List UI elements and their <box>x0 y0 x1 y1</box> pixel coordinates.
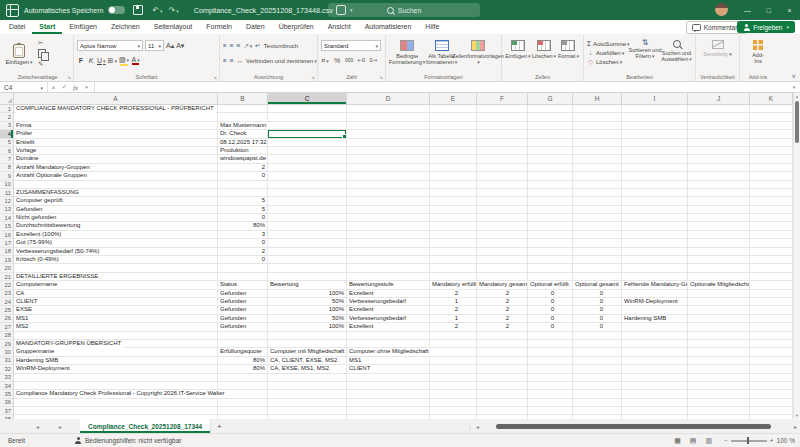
bold-button[interactable]: F <box>77 56 85 65</box>
scrollbar-grip-icon[interactable]: ⋮ <box>467 423 473 430</box>
cell-J24[interactable] <box>688 298 750 306</box>
cell-G33[interactable] <box>528 374 573 382</box>
cell-J27[interactable] <box>688 323 750 331</box>
cell-E36[interactable] <box>430 399 477 407</box>
cell-J23[interactable] <box>688 290 750 298</box>
cell-C33[interactable] <box>268 374 347 382</box>
tab-formeln[interactable]: Formeln <box>199 20 239 34</box>
cell-B16[interactable]: 3 <box>218 231 268 239</box>
cell-G27[interactable]: 0 <box>528 323 573 331</box>
column-header-C[interactable]: C <box>268 93 347 105</box>
cell-K8[interactable] <box>750 164 793 172</box>
row-header-3[interactable]: 3 <box>0 122 14 130</box>
cell-G5[interactable] <box>528 139 573 147</box>
row-header-16[interactable]: 16 <box>0 231 14 239</box>
cell-J21[interactable] <box>688 273 750 281</box>
insert-function-icon[interactable]: fx <box>70 84 81 91</box>
cell-F24[interactable]: 2 <box>477 298 528 306</box>
cell-E27[interactable]: 2 <box>430 323 477 331</box>
format-cells-button[interactable]: Format <box>557 37 580 71</box>
cell-C2[interactable] <box>268 113 347 121</box>
cell-E11[interactable] <box>430 189 477 197</box>
comma-format-button[interactable]: 000 <box>345 56 353 65</box>
cell-D25[interactable]: Exzellent <box>347 306 430 314</box>
row-header-19[interactable]: 19 <box>0 256 14 264</box>
vertical-scrollbar[interactable]: ▲ ▼ <box>793 93 800 419</box>
borders-button[interactable]: ⊞ <box>108 56 117 66</box>
cell-D9[interactable] <box>347 172 430 180</box>
cell-C30[interactable]: Computer mit Mitgliedschaft <box>268 348 347 356</box>
orientation-button[interactable]: ↗ <box>243 42 252 50</box>
cell-F1[interactable] <box>477 105 528 113</box>
cell-D5[interactable] <box>347 139 430 147</box>
cell-F34[interactable] <box>477 382 528 390</box>
cell-G30[interactable] <box>528 348 573 356</box>
name-box[interactable]: C4 <box>0 82 48 92</box>
row-header-35[interactable]: 35 <box>0 390 14 398</box>
row-header-12[interactable]: 12 <box>0 197 14 205</box>
cell-styles-button[interactable]: Zellenformatvorlagen <box>458 37 498 71</box>
cell-K25[interactable] <box>750 306 793 314</box>
cell-C8[interactable] <box>268 164 347 172</box>
cell-A20[interactable] <box>14 264 218 272</box>
cell-B11[interactable] <box>218 189 268 197</box>
cell-H8[interactable] <box>573 164 622 172</box>
cell-A1[interactable]: COMPLIANCE MANDATORY CHECK PROFESSIONAL … <box>14 105 218 113</box>
cell-A11[interactable]: ZUSAMMENFASSUNG <box>14 189 218 197</box>
cell-D4[interactable] <box>347 130 430 138</box>
dialog-launcher-icon[interactable]: ↘ <box>213 74 217 80</box>
cell-E5[interactable] <box>430 139 477 147</box>
cell-J1[interactable] <box>688 105 750 113</box>
sort-filter-button[interactable]: ⇅ Sortieren und Filtern <box>629 37 661 71</box>
autosum-button[interactable]: ΣAutoSumme <box>587 40 629 47</box>
clear-button[interactable]: ◇Löschen <box>587 58 629 66</box>
redo-button[interactable]: ↷▾ <box>169 6 179 15</box>
cell-B4[interactable]: Dr. Check <box>218 130 268 138</box>
cell-D10[interactable] <box>347 181 430 189</box>
close-button[interactable]: × <box>779 0 800 20</box>
grow-font-button[interactable]: A▴ <box>166 41 174 50</box>
cell-A8[interactable]: Anzahl Mandatory-Gruppen <box>14 164 218 172</box>
cell-D1[interactable] <box>347 105 430 113</box>
row-header-5[interactable]: 5 <box>0 139 14 147</box>
cell-C9[interactable] <box>268 172 347 180</box>
cell-A23[interactable]: CA <box>14 290 218 298</box>
cell-H29[interactable] <box>573 340 622 348</box>
cell-D33[interactable] <box>347 374 430 382</box>
cell-A4[interactable]: Prüfer <box>14 130 218 138</box>
cell-H12[interactable] <box>573 197 622 205</box>
italic-button[interactable]: K <box>87 56 95 65</box>
cell-C24[interactable]: 50% <box>268 298 347 306</box>
cell-B20[interactable] <box>218 264 268 272</box>
cell-D30[interactable]: Computer ohne Mitgliedschaft <box>347 348 430 356</box>
cell-C28[interactable] <box>268 332 347 340</box>
cell-F17[interactable] <box>477 239 528 247</box>
find-select-button[interactable]: Suchen und Auswählen <box>661 37 692 71</box>
accessibility-status[interactable]: Bedienungshilfen: nicht verfügbar <box>75 437 181 444</box>
select-all-corner[interactable] <box>0 93 14 105</box>
cell-C27[interactable]: 100% <box>268 323 347 331</box>
cell-C17[interactable] <box>268 239 347 247</box>
cell-F30[interactable] <box>477 348 528 356</box>
cell-E29[interactable] <box>430 340 477 348</box>
cell-J25[interactable] <box>688 306 750 314</box>
dialog-launcher-icon[interactable]: ↘ <box>379 74 383 80</box>
column-header-J[interactable]: J <box>688 93 750 105</box>
cell-A29[interactable]: MANDATORY-GRUPPEN ÜBERSICHT <box>14 340 218 348</box>
cell-B30[interactable]: Erfüllungsquote <box>218 348 268 356</box>
cell-C10[interactable] <box>268 181 347 189</box>
cell-D6[interactable] <box>347 147 430 155</box>
cell-J33[interactable] <box>688 374 750 382</box>
cell-A17[interactable]: Gut (75-99%) <box>14 239 218 247</box>
cell-F20[interactable] <box>477 264 528 272</box>
cell-J9[interactable] <box>688 172 750 180</box>
row-header-8[interactable]: 8 <box>0 164 14 172</box>
cell-G12[interactable] <box>528 197 573 205</box>
row-header-27[interactable]: 27 <box>0 323 14 331</box>
cell-I9[interactable] <box>622 172 688 180</box>
cell-I28[interactable] <box>622 332 688 340</box>
cell-I2[interactable] <box>622 113 688 121</box>
cell-G29[interactable] <box>528 340 573 348</box>
cell-G4[interactable] <box>528 130 573 138</box>
cell-J18[interactable] <box>688 248 750 256</box>
